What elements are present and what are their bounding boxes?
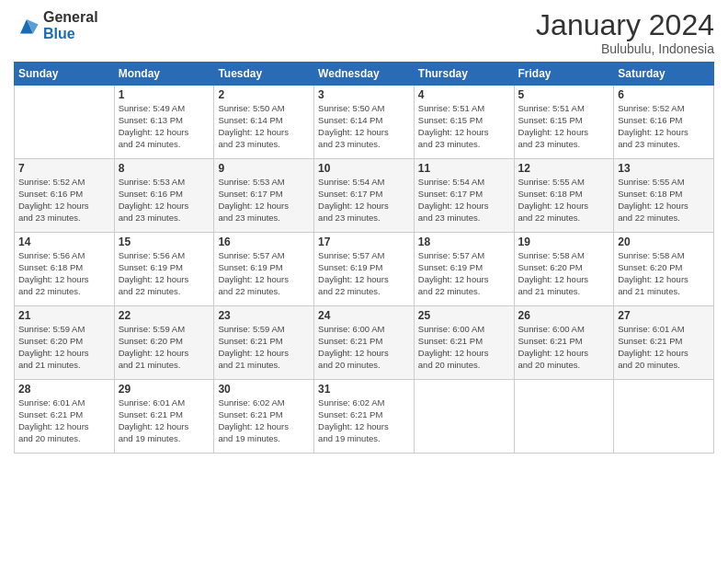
day-info: Sunrise: 5:52 AMSunset: 6:16 PMDaylight:… [18, 177, 110, 224]
calendar-week-4: 21Sunrise: 5:59 AMSunset: 6:20 PMDayligh… [15, 306, 714, 380]
calendar-cell: 28Sunrise: 6:01 AMSunset: 6:21 PMDayligh… [15, 380, 115, 454]
day-info: Sunrise: 5:59 AMSunset: 6:20 PMDaylight:… [119, 324, 210, 371]
calendar-cell: 20Sunrise: 5:58 AMSunset: 6:20 PMDayligh… [614, 233, 714, 306]
calendar-cell: 5Sunrise: 5:51 AMSunset: 6:15 PMDaylight… [514, 86, 614, 159]
calendar-cell: 12Sunrise: 5:55 AMSunset: 6:18 PMDayligh… [514, 159, 614, 233]
day-info: Sunrise: 5:56 AMSunset: 6:19 PMDaylight:… [119, 250, 210, 297]
calendar-cell: 4Sunrise: 5:51 AMSunset: 6:15 PMDaylight… [414, 86, 514, 159]
logo-text: General Blue [43, 9, 98, 42]
day-number: 4 [418, 88, 510, 101]
day-info: Sunrise: 5:55 AMSunset: 6:18 PMDaylight:… [518, 177, 610, 224]
day-info: Sunrise: 5:55 AMSunset: 6:18 PMDaylight:… [618, 177, 710, 224]
calendar-cell: 17Sunrise: 5:57 AMSunset: 6:19 PMDayligh… [314, 233, 415, 306]
calendar-cell [15, 86, 115, 159]
logo-blue: Blue [43, 26, 75, 41]
calendar-cell [414, 380, 514, 454]
col-friday: Friday [514, 63, 614, 86]
calendar-week-1: 1Sunrise: 5:49 AMSunset: 6:13 PMDaylight… [15, 86, 714, 159]
day-info: Sunrise: 6:01 AMSunset: 6:21 PMDaylight:… [618, 324, 710, 371]
calendar-cell: 1Sunrise: 5:49 AMSunset: 6:13 PMDaylight… [114, 86, 214, 159]
day-info: Sunrise: 5:57 AMSunset: 6:19 PMDaylight:… [218, 250, 310, 297]
day-info: Sunrise: 5:51 AMSunset: 6:15 PMDaylight:… [518, 103, 610, 150]
day-number: 31 [318, 383, 410, 396]
day-info: Sunrise: 5:50 AMSunset: 6:14 PMDaylight:… [218, 103, 310, 150]
calendar-cell: 3Sunrise: 5:50 AMSunset: 6:14 PMDaylight… [314, 86, 415, 159]
day-info: Sunrise: 5:58 AMSunset: 6:20 PMDaylight:… [618, 250, 710, 297]
day-info: Sunrise: 5:54 AMSunset: 6:17 PMDaylight:… [318, 177, 410, 224]
day-number: 11 [418, 162, 510, 175]
calendar-week-5: 28Sunrise: 6:01 AMSunset: 6:21 PMDayligh… [15, 380, 714, 454]
col-saturday: Saturday [614, 63, 714, 86]
calendar-cell: 13Sunrise: 5:55 AMSunset: 6:18 PMDayligh… [614, 159, 714, 233]
calendar-cell: 24Sunrise: 6:00 AMSunset: 6:21 PMDayligh… [314, 306, 415, 380]
location: Bulubulu, Indonesia [536, 41, 714, 56]
col-monday: Monday [114, 63, 214, 86]
calendar-cell: 26Sunrise: 6:00 AMSunset: 6:21 PMDayligh… [514, 306, 614, 380]
day-info: Sunrise: 5:53 AMSunset: 6:16 PMDaylight:… [119, 177, 210, 224]
calendar-cell: 14Sunrise: 5:56 AMSunset: 6:18 PMDayligh… [15, 233, 115, 306]
col-sunday: Sunday [15, 63, 115, 86]
calendar-table: Sunday Monday Tuesday Wednesday Thursday… [14, 62, 714, 454]
day-info: Sunrise: 5:58 AMSunset: 6:20 PMDaylight:… [518, 250, 610, 297]
calendar-cell: 30Sunrise: 6:02 AMSunset: 6:21 PMDayligh… [214, 380, 314, 454]
calendar-cell: 16Sunrise: 5:57 AMSunset: 6:19 PMDayligh… [214, 233, 314, 306]
calendar-cell: 23Sunrise: 5:59 AMSunset: 6:21 PMDayligh… [214, 306, 314, 380]
day-number: 20 [618, 236, 710, 248]
calendar-cell [614, 380, 714, 454]
day-number: 10 [318, 162, 410, 175]
header: General Blue January 2024 Bulubulu, Indo… [14, 9, 714, 56]
day-info: Sunrise: 5:51 AMSunset: 6:15 PMDaylight:… [418, 103, 510, 150]
calendar-cell: 22Sunrise: 5:59 AMSunset: 6:20 PMDayligh… [114, 306, 214, 380]
day-info: Sunrise: 5:57 AMSunset: 6:19 PMDaylight:… [418, 250, 510, 297]
day-info: Sunrise: 5:57 AMSunset: 6:19 PMDaylight:… [318, 250, 410, 297]
day-info: Sunrise: 5:52 AMSunset: 6:16 PMDaylight:… [618, 103, 710, 150]
logo-icon [14, 13, 40, 39]
day-info: Sunrise: 6:01 AMSunset: 6:21 PMDaylight:… [119, 397, 210, 444]
calendar-cell: 19Sunrise: 5:58 AMSunset: 6:20 PMDayligh… [514, 233, 614, 306]
calendar-cell: 10Sunrise: 5:54 AMSunset: 6:17 PMDayligh… [314, 159, 415, 233]
day-number: 1 [119, 88, 210, 101]
logo: General Blue [14, 9, 98, 42]
calendar-week-3: 14Sunrise: 5:56 AMSunset: 6:18 PMDayligh… [15, 233, 714, 306]
day-info: Sunrise: 5:59 AMSunset: 6:20 PMDaylight:… [18, 324, 110, 371]
month-title: January 2024 [536, 9, 714, 41]
calendar-cell: 31Sunrise: 6:02 AMSunset: 6:21 PMDayligh… [314, 380, 415, 454]
day-number: 19 [518, 236, 610, 248]
day-number: 28 [18, 383, 110, 396]
day-number: 30 [218, 383, 310, 396]
day-number: 16 [218, 236, 310, 248]
day-number: 9 [218, 162, 310, 175]
day-info: Sunrise: 5:49 AMSunset: 6:13 PMDaylight:… [119, 103, 210, 150]
logo-general: General [43, 9, 98, 25]
day-number: 27 [618, 309, 710, 322]
day-info: Sunrise: 5:54 AMSunset: 6:17 PMDaylight:… [418, 177, 510, 224]
day-info: Sunrise: 5:59 AMSunset: 6:21 PMDaylight:… [218, 324, 310, 371]
day-info: Sunrise: 6:02 AMSunset: 6:21 PMDaylight:… [218, 397, 310, 444]
day-number: 25 [418, 309, 510, 322]
calendar-cell: 18Sunrise: 5:57 AMSunset: 6:19 PMDayligh… [414, 233, 514, 306]
calendar-cell: 9Sunrise: 5:53 AMSunset: 6:17 PMDaylight… [214, 159, 314, 233]
day-info: Sunrise: 6:00 AMSunset: 6:21 PMDaylight:… [318, 324, 410, 371]
day-number: 12 [518, 162, 610, 175]
title-area: January 2024 Bulubulu, Indonesia [536, 9, 714, 56]
calendar-cell: 7Sunrise: 5:52 AMSunset: 6:16 PMDaylight… [15, 159, 115, 233]
calendar-cell: 11Sunrise: 5:54 AMSunset: 6:17 PMDayligh… [414, 159, 514, 233]
day-number: 3 [318, 88, 410, 101]
page-container: General Blue January 2024 Bulubulu, Indo… [0, 0, 728, 463]
day-number: 14 [18, 236, 110, 248]
day-number: 18 [418, 236, 510, 248]
calendar-cell: 21Sunrise: 5:59 AMSunset: 6:20 PMDayligh… [15, 306, 115, 380]
day-info: Sunrise: 5:50 AMSunset: 6:14 PMDaylight:… [318, 103, 410, 150]
day-info: Sunrise: 5:53 AMSunset: 6:17 PMDaylight:… [218, 177, 310, 224]
day-number: 8 [119, 162, 210, 175]
day-number: 15 [119, 236, 210, 248]
day-number: 2 [218, 88, 310, 101]
day-info: Sunrise: 6:01 AMSunset: 6:21 PMDaylight:… [18, 397, 110, 444]
calendar-cell: 6Sunrise: 5:52 AMSunset: 6:16 PMDaylight… [614, 86, 714, 159]
day-number: 26 [518, 309, 610, 322]
day-number: 17 [318, 236, 410, 248]
day-info: Sunrise: 5:56 AMSunset: 6:18 PMDaylight:… [18, 250, 110, 297]
day-number: 29 [119, 383, 210, 396]
day-number: 22 [119, 309, 210, 322]
col-tuesday: Tuesday [214, 63, 314, 86]
